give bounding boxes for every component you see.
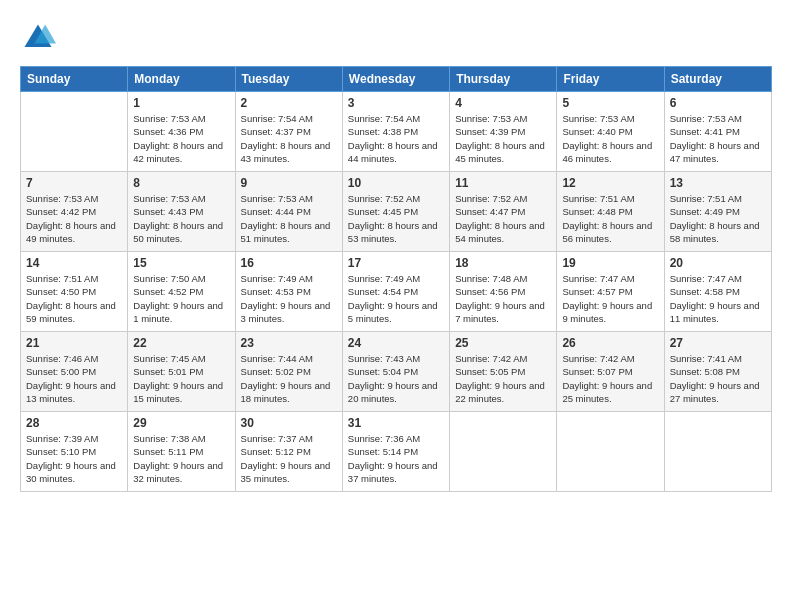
day-number: 30 <box>241 416 337 430</box>
week-row-4: 28Sunrise: 7:39 AMSunset: 5:10 PMDayligh… <box>21 412 772 492</box>
day-info: Sunrise: 7:49 AMSunset: 4:53 PMDaylight:… <box>241 272 337 325</box>
calendar-cell: 8Sunrise: 7:53 AMSunset: 4:43 PMDaylight… <box>128 172 235 252</box>
day-info: Sunrise: 7:53 AMSunset: 4:42 PMDaylight:… <box>26 192 122 245</box>
calendar-body: 1Sunrise: 7:53 AMSunset: 4:36 PMDaylight… <box>21 92 772 492</box>
day-info: Sunrise: 7:53 AMSunset: 4:40 PMDaylight:… <box>562 112 658 165</box>
day-number: 16 <box>241 256 337 270</box>
calendar-cell: 20Sunrise: 7:47 AMSunset: 4:58 PMDayligh… <box>664 252 771 332</box>
day-info: Sunrise: 7:46 AMSunset: 5:00 PMDaylight:… <box>26 352 122 405</box>
week-row-0: 1Sunrise: 7:53 AMSunset: 4:36 PMDaylight… <box>21 92 772 172</box>
day-info: Sunrise: 7:52 AMSunset: 4:47 PMDaylight:… <box>455 192 551 245</box>
day-number: 15 <box>133 256 229 270</box>
day-number: 18 <box>455 256 551 270</box>
day-number: 20 <box>670 256 766 270</box>
day-number: 29 <box>133 416 229 430</box>
day-number: 14 <box>26 256 122 270</box>
day-number: 2 <box>241 96 337 110</box>
calendar-cell: 11Sunrise: 7:52 AMSunset: 4:47 PMDayligh… <box>450 172 557 252</box>
calendar-cell: 13Sunrise: 7:51 AMSunset: 4:49 PMDayligh… <box>664 172 771 252</box>
day-info: Sunrise: 7:37 AMSunset: 5:12 PMDaylight:… <box>241 432 337 485</box>
calendar-cell: 17Sunrise: 7:49 AMSunset: 4:54 PMDayligh… <box>342 252 449 332</box>
weekday-header-tuesday: Tuesday <box>235 67 342 92</box>
day-info: Sunrise: 7:51 AMSunset: 4:48 PMDaylight:… <box>562 192 658 245</box>
day-number: 11 <box>455 176 551 190</box>
day-info: Sunrise: 7:47 AMSunset: 4:58 PMDaylight:… <box>670 272 766 325</box>
weekday-row: SundayMondayTuesdayWednesdayThursdayFrid… <box>21 67 772 92</box>
day-number: 23 <box>241 336 337 350</box>
calendar-cell: 14Sunrise: 7:51 AMSunset: 4:50 PMDayligh… <box>21 252 128 332</box>
day-number: 31 <box>348 416 444 430</box>
calendar-cell: 30Sunrise: 7:37 AMSunset: 5:12 PMDayligh… <box>235 412 342 492</box>
day-info: Sunrise: 7:54 AMSunset: 4:38 PMDaylight:… <box>348 112 444 165</box>
calendar-cell: 1Sunrise: 7:53 AMSunset: 4:36 PMDaylight… <box>128 92 235 172</box>
calendar-cell: 23Sunrise: 7:44 AMSunset: 5:02 PMDayligh… <box>235 332 342 412</box>
calendar-cell: 5Sunrise: 7:53 AMSunset: 4:40 PMDaylight… <box>557 92 664 172</box>
calendar-cell: 9Sunrise: 7:53 AMSunset: 4:44 PMDaylight… <box>235 172 342 252</box>
calendar-cell: 27Sunrise: 7:41 AMSunset: 5:08 PMDayligh… <box>664 332 771 412</box>
day-number: 6 <box>670 96 766 110</box>
header <box>20 20 772 56</box>
day-info: Sunrise: 7:43 AMSunset: 5:04 PMDaylight:… <box>348 352 444 405</box>
day-number: 27 <box>670 336 766 350</box>
calendar-cell: 4Sunrise: 7:53 AMSunset: 4:39 PMDaylight… <box>450 92 557 172</box>
day-info: Sunrise: 7:42 AMSunset: 5:05 PMDaylight:… <box>455 352 551 405</box>
calendar-cell: 21Sunrise: 7:46 AMSunset: 5:00 PMDayligh… <box>21 332 128 412</box>
day-info: Sunrise: 7:48 AMSunset: 4:56 PMDaylight:… <box>455 272 551 325</box>
day-info: Sunrise: 7:53 AMSunset: 4:43 PMDaylight:… <box>133 192 229 245</box>
day-info: Sunrise: 7:53 AMSunset: 4:44 PMDaylight:… <box>241 192 337 245</box>
calendar-cell: 19Sunrise: 7:47 AMSunset: 4:57 PMDayligh… <box>557 252 664 332</box>
day-info: Sunrise: 7:41 AMSunset: 5:08 PMDaylight:… <box>670 352 766 405</box>
calendar-table: SundayMondayTuesdayWednesdayThursdayFrid… <box>20 66 772 492</box>
day-info: Sunrise: 7:39 AMSunset: 5:10 PMDaylight:… <box>26 432 122 485</box>
day-info: Sunrise: 7:51 AMSunset: 4:49 PMDaylight:… <box>670 192 766 245</box>
weekday-header-sunday: Sunday <box>21 67 128 92</box>
weekday-header-saturday: Saturday <box>664 67 771 92</box>
calendar-cell <box>450 412 557 492</box>
day-number: 5 <box>562 96 658 110</box>
day-info: Sunrise: 7:42 AMSunset: 5:07 PMDaylight:… <box>562 352 658 405</box>
day-info: Sunrise: 7:53 AMSunset: 4:39 PMDaylight:… <box>455 112 551 165</box>
calendar-cell: 26Sunrise: 7:42 AMSunset: 5:07 PMDayligh… <box>557 332 664 412</box>
calendar-cell: 16Sunrise: 7:49 AMSunset: 4:53 PMDayligh… <box>235 252 342 332</box>
day-number: 3 <box>348 96 444 110</box>
calendar-cell: 12Sunrise: 7:51 AMSunset: 4:48 PMDayligh… <box>557 172 664 252</box>
day-number: 19 <box>562 256 658 270</box>
logo-icon <box>20 20 56 56</box>
logo <box>20 20 60 56</box>
day-info: Sunrise: 7:51 AMSunset: 4:50 PMDaylight:… <box>26 272 122 325</box>
day-number: 17 <box>348 256 444 270</box>
week-row-1: 7Sunrise: 7:53 AMSunset: 4:42 PMDaylight… <box>21 172 772 252</box>
calendar-cell: 28Sunrise: 7:39 AMSunset: 5:10 PMDayligh… <box>21 412 128 492</box>
week-row-3: 21Sunrise: 7:46 AMSunset: 5:00 PMDayligh… <box>21 332 772 412</box>
weekday-header-wednesday: Wednesday <box>342 67 449 92</box>
calendar-cell: 31Sunrise: 7:36 AMSunset: 5:14 PMDayligh… <box>342 412 449 492</box>
day-info: Sunrise: 7:38 AMSunset: 5:11 PMDaylight:… <box>133 432 229 485</box>
day-number: 21 <box>26 336 122 350</box>
calendar-page: SundayMondayTuesdayWednesdayThursdayFrid… <box>0 0 792 612</box>
day-number: 1 <box>133 96 229 110</box>
day-number: 4 <box>455 96 551 110</box>
day-number: 26 <box>562 336 658 350</box>
calendar-header: SundayMondayTuesdayWednesdayThursdayFrid… <box>21 67 772 92</box>
calendar-cell: 22Sunrise: 7:45 AMSunset: 5:01 PMDayligh… <box>128 332 235 412</box>
day-info: Sunrise: 7:53 AMSunset: 4:36 PMDaylight:… <box>133 112 229 165</box>
calendar-cell: 24Sunrise: 7:43 AMSunset: 5:04 PMDayligh… <box>342 332 449 412</box>
day-number: 10 <box>348 176 444 190</box>
calendar-cell: 6Sunrise: 7:53 AMSunset: 4:41 PMDaylight… <box>664 92 771 172</box>
week-row-2: 14Sunrise: 7:51 AMSunset: 4:50 PMDayligh… <box>21 252 772 332</box>
day-number: 13 <box>670 176 766 190</box>
day-info: Sunrise: 7:54 AMSunset: 4:37 PMDaylight:… <box>241 112 337 165</box>
day-info: Sunrise: 7:45 AMSunset: 5:01 PMDaylight:… <box>133 352 229 405</box>
day-number: 12 <box>562 176 658 190</box>
day-info: Sunrise: 7:44 AMSunset: 5:02 PMDaylight:… <box>241 352 337 405</box>
day-info: Sunrise: 7:53 AMSunset: 4:41 PMDaylight:… <box>670 112 766 165</box>
day-number: 24 <box>348 336 444 350</box>
calendar-cell <box>664 412 771 492</box>
day-info: Sunrise: 7:52 AMSunset: 4:45 PMDaylight:… <box>348 192 444 245</box>
day-number: 7 <box>26 176 122 190</box>
day-info: Sunrise: 7:47 AMSunset: 4:57 PMDaylight:… <box>562 272 658 325</box>
calendar-cell: 10Sunrise: 7:52 AMSunset: 4:45 PMDayligh… <box>342 172 449 252</box>
day-number: 25 <box>455 336 551 350</box>
weekday-header-monday: Monday <box>128 67 235 92</box>
calendar-cell: 2Sunrise: 7:54 AMSunset: 4:37 PMDaylight… <box>235 92 342 172</box>
